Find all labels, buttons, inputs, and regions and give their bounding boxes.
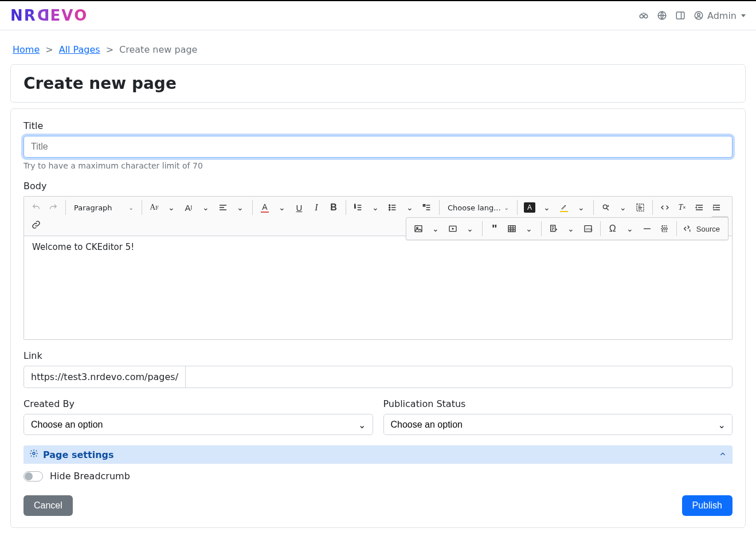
user-icon	[694, 10, 704, 21]
special-char-dropdown[interactable]: ⌄	[621, 220, 639, 237]
top-nav: NRDEVO Admin	[0, 0, 756, 30]
user-label: Admin	[707, 10, 737, 21]
source-button[interactable]: Source	[680, 220, 724, 237]
svg-point-0	[640, 15, 643, 18]
page-title: Create new page	[23, 74, 733, 93]
page-settings-header[interactable]: Page settings	[23, 445, 733, 464]
font-bg-button[interactable]: A	[521, 199, 538, 216]
source-label: Source	[694, 225, 722, 233]
outdent-button[interactable]	[691, 199, 708, 216]
title-field-group: Title Try to have a maximum character li…	[23, 120, 733, 170]
hide-breadcrumb-row: Hide Breadcrumb	[23, 471, 733, 482]
bullet-list-dropdown[interactable]: ⌄	[401, 199, 418, 216]
heading-dropdown[interactable]: Paragraph ⌄	[69, 199, 138, 216]
svg-text:HTML: HTML	[586, 228, 593, 231]
code-button[interactable]	[656, 199, 673, 216]
breadcrumb-all-pages[interactable]: All Pages	[59, 44, 100, 55]
chevron-down-icon: ⌄	[504, 205, 509, 211]
bold-button[interactable]: B	[325, 199, 342, 216]
toolbar-overflow: ⌄ ⌄ " ⌄ ⌄ HTML Ω ⌄	[406, 217, 728, 240]
font-size-dropdown[interactable]: ⌄	[197, 199, 214, 216]
svg-rect-3	[676, 12, 684, 19]
italic-button[interactable]: I	[308, 199, 325, 216]
form-panel: Title Try to have a maximum character li…	[10, 108, 746, 528]
svg-point-24	[33, 452, 35, 455]
gear-icon	[29, 449, 38, 460]
heading-label: Paragraph	[74, 203, 112, 212]
page-settings-label: Page settings	[43, 449, 114, 460]
blockquote-button[interactable]: "	[486, 220, 503, 237]
user-menu[interactable]: Admin	[694, 10, 746, 21]
globe-icon[interactable]	[657, 10, 667, 21]
chevron-up-icon	[719, 449, 727, 460]
link-input[interactable]	[185, 366, 733, 388]
body-field-group: Body Paragraph ⌄ AF ⌄ AI ⌄	[23, 181, 733, 340]
underline-button[interactable]: U	[291, 199, 308, 216]
hide-breadcrumb-toggle[interactable]	[23, 471, 43, 482]
link-label: Link	[23, 350, 733, 361]
find-replace-button[interactable]	[597, 199, 614, 216]
editor-toolbar: Paragraph ⌄ AF ⌄ AI ⌄ ⌄ A ⌄ U I	[24, 197, 732, 236]
font-family-button[interactable]: AF	[146, 199, 163, 216]
svg-rect-17	[415, 226, 422, 232]
font-size-button[interactable]: AI	[180, 199, 197, 216]
page-break-button[interactable]	[656, 220, 673, 237]
language-label: Choose lang...	[448, 203, 501, 212]
breadcrumb-current: Create new page	[119, 44, 197, 55]
breadcrumb: Home > All Pages > Create new page	[10, 30, 746, 64]
svg-point-8	[389, 205, 390, 206]
svg-point-9	[389, 207, 390, 208]
media-dropdown[interactable]: ⌄	[461, 220, 479, 237]
html-embed-button[interactable]: HTML	[579, 220, 597, 237]
align-button[interactable]	[214, 199, 232, 216]
highlight-dropdown[interactable]: ⌄	[573, 199, 590, 216]
indent-button[interactable]	[708, 199, 725, 216]
highlight-button[interactable]	[555, 199, 573, 216]
undo-button[interactable]	[28, 199, 45, 216]
horizontal-line-button[interactable]	[639, 220, 656, 237]
template-dropdown[interactable]: ⌄	[562, 220, 579, 237]
remove-format-button[interactable]: T×	[673, 199, 691, 216]
language-dropdown[interactable]: Choose lang... ⌄	[443, 199, 514, 216]
created-by-select[interactable]: Choose an option	[23, 414, 373, 435]
font-bg-dropdown[interactable]: ⌄	[538, 199, 555, 216]
font-family-dropdown[interactable]: ⌄	[163, 199, 180, 216]
form-actions: Cancel Publish	[23, 495, 733, 516]
template-button[interactable]	[545, 220, 562, 237]
image-dropdown[interactable]: ⌄	[427, 220, 444, 237]
editor-content[interactable]: Welcome to CKEditor 5!	[24, 236, 732, 339]
breadcrumb-home[interactable]: Home	[13, 44, 40, 55]
image-button[interactable]	[410, 220, 427, 237]
todo-list-button[interactable]	[418, 199, 436, 216]
bullet-list-button[interactable]	[384, 199, 401, 216]
media-button[interactable]	[444, 220, 461, 237]
hide-breadcrumb-label: Hide Breadcrumb	[50, 471, 130, 482]
font-color-dropdown[interactable]: ⌄	[273, 199, 291, 216]
chevron-down-icon: ⌄	[129, 205, 134, 211]
pub-status-select[interactable]: Choose an option	[383, 414, 733, 435]
title-input[interactable]	[23, 136, 733, 158]
align-dropdown[interactable]: ⌄	[232, 199, 249, 216]
breadcrumb-sep: >	[106, 44, 113, 55]
link-button[interactable]	[28, 216, 45, 233]
publish-button[interactable]: Publish	[682, 495, 733, 516]
chevron-down-icon	[741, 14, 746, 17]
meta-row: Created By Choose an option ⌄ Publicatio…	[23, 398, 733, 435]
svg-point-5	[698, 13, 700, 16]
logo[interactable]: NRDEVO	[10, 7, 87, 24]
table-dropdown[interactable]: ⌄	[520, 220, 538, 237]
svg-rect-20	[508, 226, 515, 232]
binoculars-icon[interactable]	[639, 10, 649, 21]
font-color-button[interactable]: A	[256, 199, 273, 216]
redo-button[interactable]	[45, 199, 62, 216]
numbered-list-button[interactable]: 12	[350, 199, 367, 216]
cancel-button[interactable]: Cancel	[23, 495, 73, 516]
special-char-button[interactable]: Ω	[604, 220, 621, 237]
table-button[interactable]	[503, 220, 520, 237]
layout-icon[interactable]	[675, 10, 686, 21]
title-label: Title	[23, 120, 733, 131]
select-all-button[interactable]	[632, 199, 649, 216]
find-replace-dropdown[interactable]: ⌄	[614, 199, 632, 216]
numbered-list-dropdown[interactable]: ⌄	[367, 199, 384, 216]
svg-point-1	[644, 15, 648, 18]
